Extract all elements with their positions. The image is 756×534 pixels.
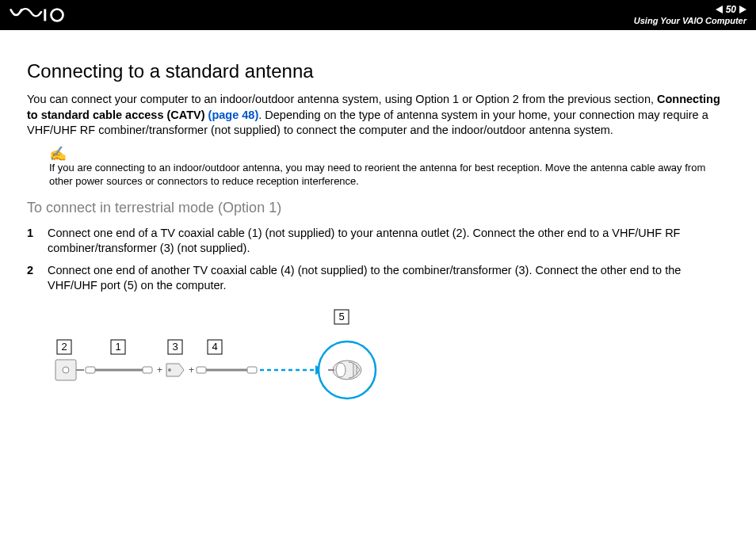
- steps-list: 1 Connect one end of a TV coaxial cable …: [27, 226, 729, 294]
- svg-rect-15: [247, 367, 257, 373]
- plus-icon: +: [157, 364, 162, 376]
- pencil-icon: ✍: [49, 147, 729, 161]
- pager: 50: [716, 4, 746, 15]
- page-number: 50: [726, 4, 736, 15]
- callout-1: 1: [115, 341, 120, 353]
- intro-pre: You can connect your computer to an indo…: [27, 93, 657, 105]
- note-block: ✍ If you are connecting to an indoor/out…: [49, 147, 729, 189]
- combiner-icon: [166, 364, 184, 376]
- step-text: Connect one end of a TV coaxial cable (1…: [48, 226, 729, 257]
- step-2: 2 Connect one end of another TV coaxial …: [27, 263, 729, 294]
- step-1: 1 Connect one end of a TV coaxial cable …: [27, 226, 729, 257]
- dashed-arrow-icon: [260, 365, 325, 375]
- vhf-uhf-port-icon: [319, 341, 376, 399]
- intro-paragraph: You can connect your computer to an indo…: [27, 92, 729, 139]
- note-text: If you are connecting to an indoor/outdo…: [49, 161, 729, 189]
- svg-rect-11: [143, 367, 152, 373]
- header-right: 50 Using Your VAIO Computer: [634, 4, 746, 26]
- page: 50 Using Your VAIO Computer Connecting t…: [0, 0, 756, 534]
- page-link[interactable]: (page 48): [208, 109, 259, 121]
- svg-rect-9: [86, 367, 95, 373]
- header-bar: 50 Using Your VAIO Computer: [0, 0, 756, 30]
- prev-page-icon[interactable]: [716, 6, 723, 13]
- svg-rect-13: [197, 367, 206, 373]
- step-text: Connect one end of another TV coaxial ca…: [48, 263, 729, 294]
- plus-icon: +: [189, 364, 194, 376]
- callout-3: 3: [172, 341, 178, 353]
- svg-point-20: [336, 363, 346, 377]
- next-page-icon[interactable]: [739, 6, 746, 13]
- step-number: 2: [27, 263, 38, 294]
- coax-cable-1-icon: [86, 367, 152, 373]
- callout-4: 4: [212, 341, 217, 353]
- svg-point-1: [52, 10, 63, 21]
- svg-point-12: [168, 368, 171, 372]
- coax-cable-4-icon: [197, 367, 257, 373]
- page-title: Connecting to a standard antenna: [27, 60, 729, 82]
- section-title: Using Your VAIO Computer: [634, 16, 746, 26]
- content: Connecting to a standard antenna You can…: [0, 30, 756, 411]
- callout-5: 5: [338, 311, 344, 322]
- step-number: 1: [27, 226, 38, 257]
- subheading: To connect in terrestrial mode (Option 1…: [27, 200, 729, 216]
- vaio-logo: [10, 7, 89, 23]
- svg-rect-0: [44, 10, 46, 21]
- connection-diagram: 2 1 3 4 5: [49, 308, 390, 411]
- svg-point-7: [63, 367, 69, 373]
- callout-2: 2: [61, 341, 67, 353]
